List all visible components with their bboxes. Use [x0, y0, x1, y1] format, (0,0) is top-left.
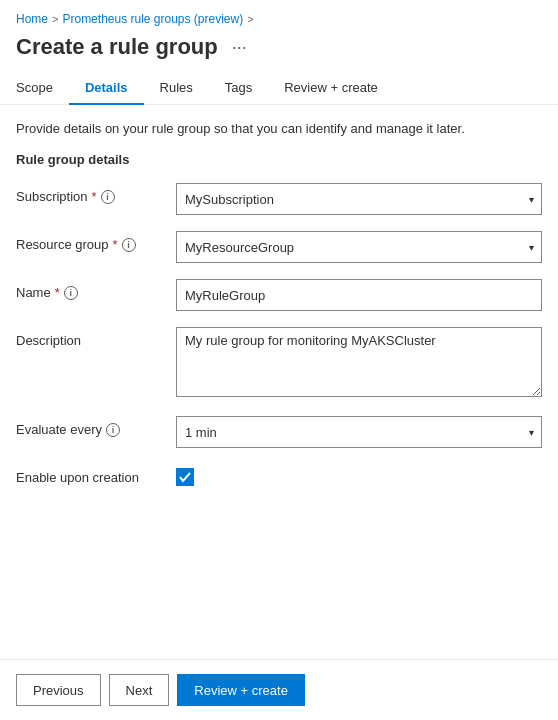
- footer: Previous Next Review + create: [0, 659, 558, 720]
- tab-scope[interactable]: Scope: [16, 72, 69, 105]
- breadcrumb: Home > Prometheus rule groups (preview) …: [0, 0, 558, 30]
- tab-details[interactable]: Details: [69, 72, 144, 105]
- evaluate-every-row: Evaluate every i 1 min ▾: [16, 416, 542, 448]
- breadcrumb-sep-1: >: [52, 13, 58, 25]
- form-content: Provide details on your rule group so th…: [0, 105, 558, 518]
- subscription-label: Subscription * i: [16, 183, 176, 204]
- page-title: Create a rule group: [16, 34, 218, 60]
- breadcrumb-home[interactable]: Home: [16, 12, 48, 26]
- page-header: Create a rule group ···: [0, 30, 558, 72]
- subscription-select-wrapper: MySubscription ▾: [176, 183, 542, 215]
- tab-nav: Scope Details Rules Tags Review + create: [0, 72, 558, 105]
- next-button[interactable]: Next: [109, 674, 170, 706]
- resource-group-label: Resource group * i: [16, 231, 176, 252]
- evaluate-every-select-wrapper: 1 min ▾: [176, 416, 542, 448]
- resource-group-select-wrapper: MyResourceGroup ▾: [176, 231, 542, 263]
- description-input[interactable]: My rule group for monitoring MyAKSCluste…: [176, 327, 542, 397]
- tab-rules[interactable]: Rules: [144, 72, 209, 105]
- resource-group-required: *: [113, 237, 118, 252]
- enable-creation-checkbox[interactable]: [176, 468, 194, 486]
- subscription-select[interactable]: MySubscription: [176, 183, 542, 215]
- resource-group-info-icon[interactable]: i: [122, 238, 136, 252]
- subscription-required: *: [92, 189, 97, 204]
- evaluate-every-select[interactable]: 1 min: [176, 416, 542, 448]
- tab-tags[interactable]: Tags: [209, 72, 268, 105]
- name-input[interactable]: [176, 279, 542, 311]
- section-title: Rule group details: [16, 152, 542, 167]
- previous-button[interactable]: Previous: [16, 674, 101, 706]
- enable-creation-control: [176, 464, 542, 486]
- subscription-row: Subscription * i MySubscription ▾: [16, 183, 542, 215]
- evaluate-every-label: Evaluate every i: [16, 416, 176, 437]
- name-label: Name * i: [16, 279, 176, 300]
- info-text: Provide details on your rule group so th…: [16, 121, 542, 136]
- resource-group-control: MyResourceGroup ▾: [176, 231, 542, 263]
- name-row: Name * i: [16, 279, 542, 311]
- name-required: *: [55, 285, 60, 300]
- resource-group-row: Resource group * i MyResourceGroup ▾: [16, 231, 542, 263]
- evaluate-every-info-icon[interactable]: i: [106, 423, 120, 437]
- evaluate-every-control: 1 min ▾: [176, 416, 542, 448]
- description-control: My rule group for monitoring MyAKSCluste…: [176, 327, 542, 400]
- subscription-info-icon[interactable]: i: [101, 190, 115, 204]
- resource-group-select[interactable]: MyResourceGroup: [176, 231, 542, 263]
- breadcrumb-sep-2: >: [247, 13, 253, 25]
- enable-creation-checkbox-wrapper: [176, 464, 542, 486]
- description-row: Description My rule group for monitoring…: [16, 327, 542, 400]
- description-label: Description: [16, 327, 176, 348]
- enable-creation-row: Enable upon creation: [16, 464, 542, 486]
- more-options-icon[interactable]: ···: [226, 35, 253, 60]
- tab-review-create[interactable]: Review + create: [268, 72, 394, 105]
- review-create-button[interactable]: Review + create: [177, 674, 305, 706]
- enable-creation-label: Enable upon creation: [16, 464, 176, 485]
- name-info-icon[interactable]: i: [64, 286, 78, 300]
- checkmark-icon: [179, 471, 191, 483]
- breadcrumb-rule-groups[interactable]: Prometheus rule groups (preview): [62, 12, 243, 26]
- subscription-control: MySubscription ▾: [176, 183, 542, 215]
- name-control: [176, 279, 542, 311]
